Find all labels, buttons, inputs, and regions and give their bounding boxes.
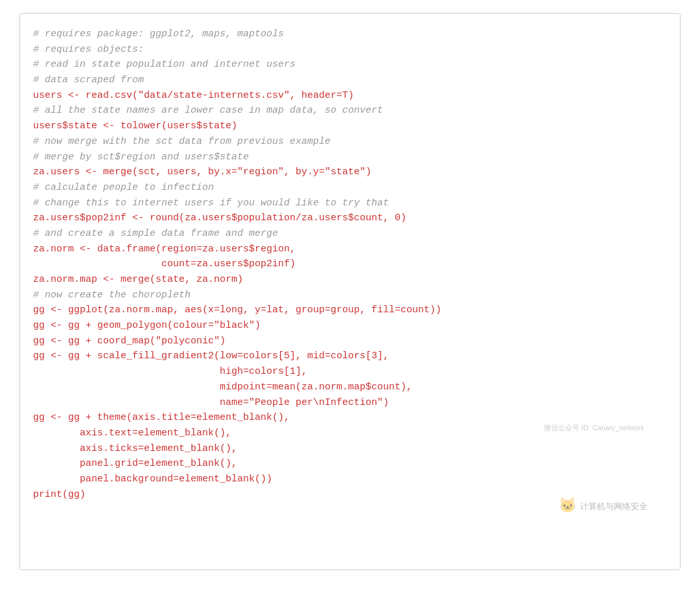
code-line-19: gg <- gg + geom_polygon(colour="black") xyxy=(33,318,660,334)
wechat-icon: 🐱 xyxy=(559,496,576,518)
code-line-27: axis.ticks=element_blank(), xyxy=(33,441,660,457)
code-line-9: za.users <- merge(sct, users, by.x="regi… xyxy=(33,165,660,180)
code-line-8: # merge by sct$region and users$state xyxy=(33,150,660,165)
code-line-20: gg <- gg + coord_map("polyconic") xyxy=(33,334,660,349)
code-line-26: axis.text=element_blank(), xyxy=(33,426,660,441)
code-line-11: # change this to internet users if you w… xyxy=(33,196,660,211)
code-line-1: # requires objects: xyxy=(33,42,660,58)
code-line-23: midpoint=mean(za.norm.map$count), xyxy=(33,380,660,395)
code-line-7: # now merge with the sct data from previ… xyxy=(33,134,660,150)
code-line-29: panel.background=element_blank()) xyxy=(33,472,660,487)
code-line-4: users <- read.csv("data/state-internets.… xyxy=(33,88,660,104)
code-line-28: panel.grid=element_blank(), xyxy=(33,456,660,472)
code-line-17: # now create the choropleth xyxy=(33,288,660,303)
code-line-18: gg <- ggplot(za.norm.map, aes(x=long, y=… xyxy=(33,303,660,318)
code-line-13: # and create a simple data frame and mer… xyxy=(33,226,660,242)
code-line-25: gg <- gg + theme(axis.title=element_blan… xyxy=(33,410,660,426)
code-block: # requires package: ggplot2, maps, mapto… xyxy=(33,27,660,502)
code-line-15: count=za.users$pop2inf) xyxy=(33,257,660,272)
code-container: # requires package: ggplot2, maps, mapto… xyxy=(19,13,681,570)
code-line-14: za.norm <- data.frame(region=za.users$re… xyxy=(33,242,660,257)
code-line-22: high=colors[1], xyxy=(33,364,660,380)
code-line-0: # requires package: ggplot2, maps, mapto… xyxy=(33,27,660,42)
code-line-5: # all the state names are lower case in … xyxy=(33,103,660,119)
code-line-2: # read in state population and internet … xyxy=(33,57,660,73)
watermark: 🐱 计算机与网络安全 xyxy=(559,496,648,518)
code-line-6: users$state <- tolower(users$state) xyxy=(33,119,660,134)
code-line-16: za.norm.map <- merge(state, za.norm) xyxy=(33,272,660,288)
code-line-3: # data scraped from xyxy=(33,73,660,88)
code-line-24: name="People per\nInfection") xyxy=(33,395,660,411)
wechat-label: 计算机与网络安全 xyxy=(580,500,648,513)
code-line-12: za.users$pop2inf <- round(za.users$popul… xyxy=(33,211,660,226)
code-line-10: # calculate people to infection xyxy=(33,180,660,196)
code-line-21: gg <- gg + scale_fill_gradient2(low=colo… xyxy=(33,349,660,364)
